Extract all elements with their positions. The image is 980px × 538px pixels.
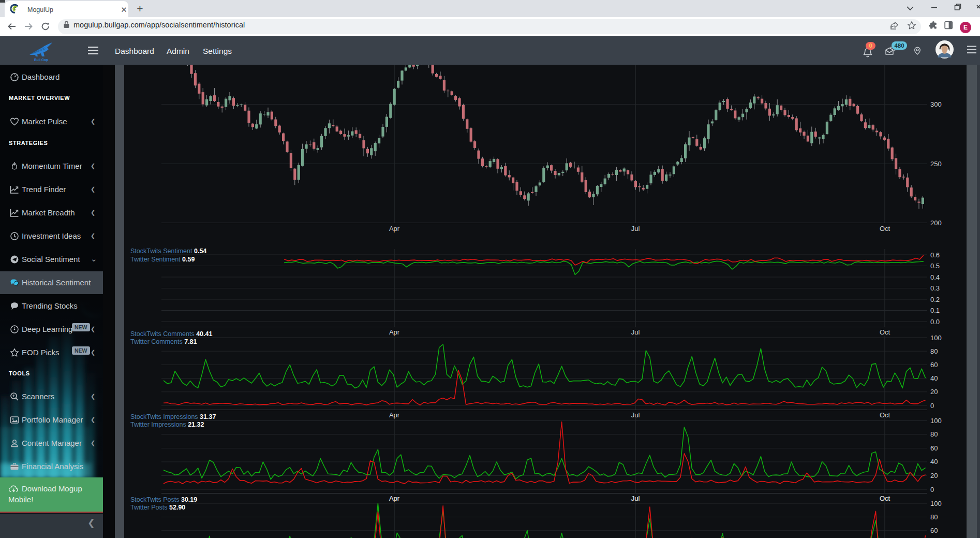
svg-text:Jul: Jul	[631, 225, 640, 232]
svg-text:Apr: Apr	[389, 411, 400, 419]
svg-text:100: 100	[930, 417, 942, 425]
svg-text:0.1: 0.1	[930, 307, 940, 314]
svg-text:Oct: Oct	[880, 495, 890, 502]
svg-text:Jul: Jul	[631, 495, 640, 502]
svg-text:0.4: 0.4	[930, 273, 940, 281]
svg-text:40: 40	[930, 458, 938, 466]
svg-text:Twitter Comments 7.81: Twitter Comments 7.81	[130, 338, 197, 345]
svg-text:60: 60	[930, 361, 938, 369]
svg-text:100: 100	[930, 500, 942, 507]
svg-text:Oct: Oct	[880, 225, 890, 232]
svg-text:100: 100	[930, 334, 942, 342]
svg-text:80: 80	[930, 513, 938, 521]
svg-text:StockTwits Comments 40.41: StockTwits Comments 40.41	[130, 330, 212, 338]
svg-text:Oct: Oct	[880, 411, 890, 419]
svg-text:Apr: Apr	[389, 328, 400, 336]
svg-text:StockTwits Impressions 31.37: StockTwits Impressions 31.37	[130, 413, 216, 420]
svg-text:0.3: 0.3	[930, 284, 940, 292]
svg-text:StockTwits Posts 30.19: StockTwits Posts 30.19	[130, 496, 197, 503]
svg-text:0.2: 0.2	[930, 296, 940, 303]
svg-text:60: 60	[930, 444, 938, 452]
svg-text:StockTwits Sentiment 0.54: StockTwits Sentiment 0.54	[130, 248, 206, 255]
svg-text:80: 80	[930, 430, 938, 438]
svg-text:0.0: 0.0	[930, 318, 940, 326]
svg-text:80: 80	[930, 347, 938, 355]
svg-text:Twitter Sentiment 0.59: Twitter Sentiment 0.59	[130, 256, 195, 263]
svg-text:Apr: Apr	[389, 495, 400, 502]
svg-text:Jul: Jul	[631, 328, 640, 336]
svg-text:60: 60	[930, 527, 938, 534]
svg-text:40: 40	[930, 374, 938, 382]
svg-text:0.6: 0.6	[930, 251, 940, 259]
svg-text:200: 200	[930, 219, 942, 227]
svg-text:Jul: Jul	[631, 411, 640, 419]
svg-text:Twitter Impressions 21.32: Twitter Impressions 21.32	[130, 421, 204, 428]
svg-text:250: 250	[930, 160, 942, 168]
svg-text:0.5: 0.5	[930, 262, 940, 270]
svg-text:20: 20	[930, 472, 938, 479]
svg-text:Twitter Posts 52.90: Twitter Posts 52.90	[130, 504, 185, 511]
svg-text:0: 0	[930, 402, 934, 410]
svg-text:Apr: Apr	[389, 225, 400, 232]
svg-text:20: 20	[930, 388, 938, 396]
svg-text:0: 0	[930, 486, 934, 493]
svg-text:300: 300	[930, 100, 942, 108]
svg-text:Oct: Oct	[880, 328, 890, 336]
